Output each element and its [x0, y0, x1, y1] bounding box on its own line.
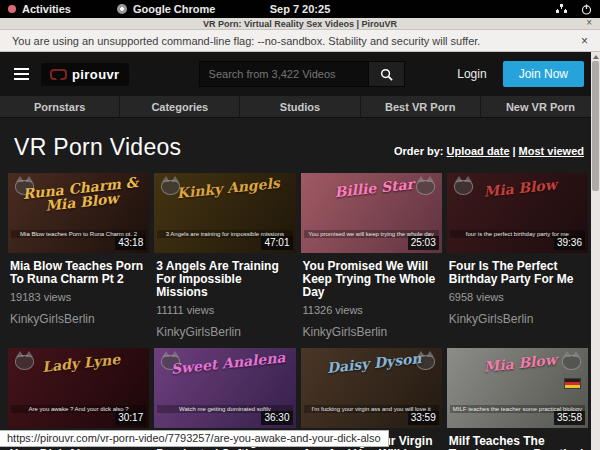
duration-badge: 33:59 — [408, 411, 439, 425]
clock[interactable]: Sep 7 20:25 — [0, 3, 600, 15]
duration-badge: 35:58 — [554, 411, 585, 425]
nav-item-best-vr-porn[interactable]: Best VR Porn — [361, 96, 481, 117]
studio-link[interactable]: KinkyGirlsBerlin — [449, 312, 586, 326]
infobar-message: You are using an unsupported command-lin… — [12, 35, 480, 47]
thumbnail-performer-name: Billie Star — [311, 175, 436, 202]
screen: Activities Google Chrome Sep 7 20:25 VR … — [0, 0, 600, 450]
video-grid: Runa Charm & Mia Blow Mia Blow teaches P… — [0, 169, 600, 450]
video-title[interactable]: You Promised We Will Keep Trying The Who… — [303, 260, 440, 299]
video-thumbnail[interactable]: Lady Lyne Are you awake ? And your dick … — [8, 348, 149, 428]
search-input[interactable] — [199, 61, 369, 87]
thumbnail-performer-name: Sweet Analena — [165, 350, 290, 377]
view-count: 6958 views — [449, 291, 586, 303]
video-thumbnail[interactable]: Mia Blow MILF teaches the teacher some p… — [447, 348, 588, 428]
view-count: 19183 views — [10, 291, 147, 303]
studio-link[interactable]: KinkyGirlsBerlin — [303, 325, 440, 339]
video-thumbnail[interactable]: Kinky Angels 3 Angels are training for i… — [154, 173, 295, 253]
nav-item-studios[interactable]: Studios — [240, 96, 360, 117]
video-title[interactable]: Mia Blow Teaches Porn To Runa Charm Pt 2 — [10, 260, 147, 286]
video-card[interactable]: Runa Charm & Mia Blow Mia Blow teaches P… — [8, 173, 149, 339]
studio-link[interactable]: KinkyGirlsBerlin — [10, 312, 147, 326]
duration-badge: 36:30 — [261, 411, 292, 425]
system-top-bar: Activities Google Chrome Sep 7 20:25 — [0, 0, 600, 18]
scrollbar-up-arrow-icon[interactable] — [593, 55, 599, 59]
nav-item-categories[interactable]: Categories — [120, 96, 240, 117]
heading-row: VR Porn Videos Order by: Upload date|Mos… — [0, 118, 600, 169]
video-thumbnail[interactable]: Runa Charm & Mia Blow Mia Blow teaches P… — [8, 173, 149, 253]
view-count: 11326 views — [303, 304, 440, 316]
scrollbar-thumb[interactable] — [592, 61, 599, 191]
webpage: pirouvr Login Join Now PornstarsCategori… — [0, 52, 600, 450]
video-card[interactable]: Billie Star You promised we will keep tr… — [301, 173, 442, 339]
main-nav: PornstarsCategoriesStudiosBest VR PornNe… — [0, 96, 600, 118]
join-now-button[interactable]: Join Now — [503, 61, 584, 87]
duration-badge: 43:18 — [115, 236, 146, 250]
browser-tab-bar: VR Porn: Virtual Reality Sex Videos | Pi… — [0, 18, 600, 30]
video-title[interactable]: 3 Angels Are Training For Impossible Mis… — [156, 260, 293, 299]
video-card[interactable]: Kinky Angels 3 Angels are training for i… — [154, 173, 295, 339]
video-title[interactable]: Milf Teaches The Teacher Some Practical … — [449, 435, 586, 450]
video-card[interactable]: Mia Blow four is the perfect birthday pa… — [447, 173, 588, 339]
order-by: Order by: Upload date|Most viewed — [394, 145, 584, 157]
order-separator: | — [513, 145, 516, 157]
site-header: pirouvr Login Join Now — [0, 52, 600, 96]
duration-badge: 47:01 — [261, 236, 292, 250]
search-bar — [199, 61, 405, 87]
thumbnail-performer-name: Lady Lyne — [19, 350, 144, 377]
network-icon[interactable] — [556, 4, 567, 14]
video-thumbnail[interactable]: Billie Star You promised we will keep tr… — [301, 173, 442, 253]
video-thumbnail[interactable]: Mia Blow four is the perfect birthday pa… — [447, 173, 588, 253]
nav-item-new-vr-porn[interactable]: New VR Porn — [481, 96, 600, 117]
thumbnail-performer-name: Kinky Angels — [165, 175, 290, 202]
duration-badge: 30:17 — [115, 411, 146, 425]
search-button[interactable] — [369, 61, 405, 87]
power-icon[interactable] — [581, 4, 592, 15]
view-count: 11111 views — [156, 304, 293, 316]
tab-title[interactable]: VR Porn: Virtual Reality Sex Videos | Pi… — [0, 19, 600, 29]
studio-link[interactable]: KinkyGirlsBerlin — [156, 325, 293, 339]
video-thumbnail[interactable]: Daisy Dyson I'm fucking your virgin ass … — [301, 348, 442, 428]
search-icon — [380, 68, 393, 81]
thumbnail-performer-name: Mia Blow — [458, 175, 583, 202]
scrollbar[interactable] — [591, 52, 600, 450]
video-title[interactable]: Four Is The Perfect Birthday Party For M… — [449, 260, 586, 286]
tab-close-icon[interactable]: × — [586, 17, 592, 28]
hamburger-menu-icon[interactable] — [14, 68, 29, 80]
thumbnail-performer-name: Mia Blow — [458, 350, 583, 377]
video-card[interactable]: Mia Blow MILF teaches the teacher some p… — [447, 348, 588, 450]
order-upload-date-link[interactable]: Upload date — [447, 145, 510, 157]
status-url: https://pirouvr.com/vr-porn-video/779325… — [0, 430, 389, 447]
duration-badge: 25:03 — [408, 236, 439, 250]
german-flag-icon — [564, 378, 581, 389]
thumbnail-performer-name: Daisy Dyson — [311, 350, 436, 377]
vr-goggles-icon — [50, 69, 67, 80]
site-logo[interactable]: pirouvr — [41, 63, 129, 86]
login-link[interactable]: Login — [457, 67, 486, 81]
order-by-label: Order by: — [394, 145, 444, 157]
thumbnail-performer-name: Runa Charm & Mia Blow — [18, 175, 145, 216]
page-title: VR Porn Videos — [14, 134, 181, 161]
infobar-close-icon[interactable]: × — [581, 34, 588, 48]
logo-text: pirouvr — [72, 67, 120, 82]
nav-item-pornstars[interactable]: Pornstars — [0, 96, 120, 117]
order-most-viewed-link[interactable]: Most viewed — [519, 145, 584, 157]
video-thumbnail[interactable]: Sweet Analena Watch me getting dominated… — [154, 348, 295, 428]
duration-badge: 39:36 — [554, 236, 585, 250]
chrome-infobar: You are using an unsupported command-lin… — [0, 30, 600, 52]
